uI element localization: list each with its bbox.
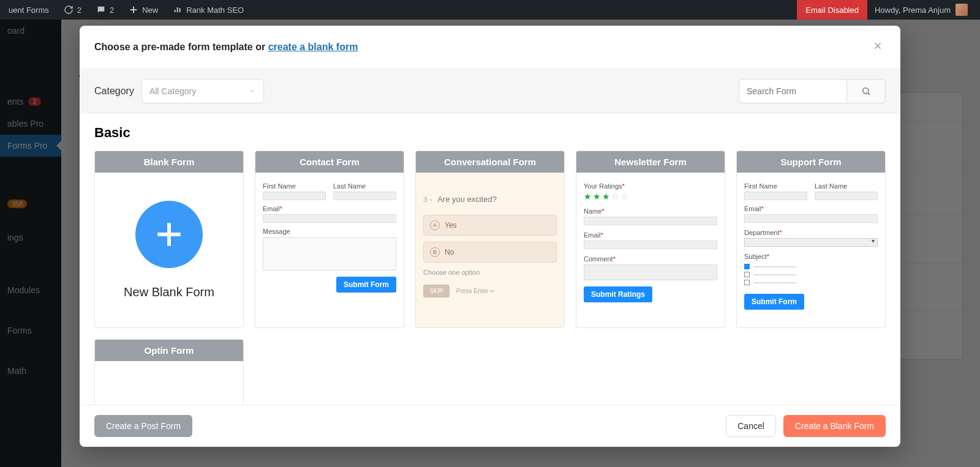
create-post-form-button[interactable]: Create a Post Form: [94, 415, 192, 437]
email-disabled-badge[interactable]: Email Disabled: [797, 0, 867, 20]
admin-bar-rankmath-label: Rank Math SEO: [186, 6, 244, 15]
question-number: 3→: [423, 196, 434, 203]
category-label: Category: [94, 86, 134, 97]
new-blank-label: New Blank Form: [124, 285, 214, 299]
admin-bar: uent Forms 2 2 New Rank Math SEO Email D…: [0, 0, 980, 20]
admin-bar-updates-count: 2: [77, 6, 81, 15]
option-hint: Choose one option: [423, 269, 557, 276]
template-preview: First Name Last Name Email* Department* …: [737, 173, 885, 327]
template-title: Optin Form: [95, 340, 243, 361]
create-blank-form-button[interactable]: Create a Blank Form: [783, 415, 886, 437]
field-label: First Name: [744, 182, 807, 190]
template-preview: [95, 361, 243, 405]
category-row: Category All Category: [94, 79, 264, 103]
admin-bar-comments[interactable]: 2: [92, 5, 118, 15]
avatar: [956, 4, 968, 16]
field-label: Your Ratings: [584, 182, 622, 190]
template-conversational-form[interactable]: Conversational Form 3→ Are you excited? …: [415, 151, 565, 328]
template-blank-form[interactable]: Blank Form New Blank Form: [94, 151, 244, 328]
question-text: Are you excited?: [437, 195, 497, 204]
category-value: All Category: [149, 86, 196, 96]
admin-bar-comments-count: 2: [110, 6, 114, 15]
admin-bar-new[interactable]: New: [125, 5, 162, 15]
plus-icon: [152, 217, 186, 252]
category-select[interactable]: All Category: [141, 79, 264, 103]
star-rating: ★★★☆☆: [584, 192, 717, 201]
comment-icon: [96, 5, 106, 15]
option-no: BNo: [423, 242, 557, 263]
template-title: Blank Form: [95, 151, 243, 173]
field-label: Last Name: [333, 182, 396, 190]
modal-body: Basic Blank Form New Blank Form Contact …: [80, 114, 900, 405]
svg-point-0: [863, 88, 869, 94]
field-label: Name: [584, 207, 601, 215]
chart-icon: [173, 5, 183, 15]
close-button[interactable]: [870, 38, 886, 56]
field-label: Email: [263, 205, 280, 212]
template-modal: Choose a pre-made form template or creat…: [80, 26, 900, 447]
admin-bar-updates[interactable]: 2: [60, 5, 85, 15]
chevron-down-icon: [249, 88, 256, 95]
template-title: Newsletter Form: [576, 151, 725, 173]
field-label: Subject: [744, 253, 767, 260]
modal-filter-bar: Category All Category: [80, 69, 900, 114]
howdy-text: Howdy, Prema Anjum: [875, 6, 951, 15]
option-yes: AYes: [423, 215, 557, 236]
templates-grid: Blank Form New Blank Form Contact Form F…: [94, 151, 886, 405]
search-wrap: [739, 79, 886, 103]
admin-bar-new-label: New: [142, 6, 158, 15]
field-label: Email: [744, 205, 761, 212]
section-title-basic: Basic: [94, 125, 886, 141]
admin-bar-left: uent Forms 2 2 New Rank Math SEO: [5, 5, 247, 15]
search-button[interactable]: [846, 79, 886, 103]
field-label: First Name: [263, 182, 326, 190]
field-label: Message: [263, 228, 396, 235]
modal-overlay: Choose a pre-made form template or creat…: [0, 20, 980, 467]
template-title: Support Form: [737, 151, 885, 173]
template-preview: 3→ Are you excited? AYes BNo Choose one …: [416, 173, 564, 327]
plus-circle-icon: [135, 201, 203, 268]
admin-bar-rankmath[interactable]: Rank Math SEO: [169, 5, 247, 15]
template-title: Conversational Form: [416, 151, 564, 173]
search-icon: [861, 86, 871, 96]
submit-button: Submit Form: [744, 294, 804, 310]
close-icon: [872, 40, 883, 51]
press-enter-hint: Press Enter ↵: [456, 288, 495, 294]
field-label: Department: [744, 229, 779, 236]
template-title: Contact Form: [255, 151, 404, 173]
refresh-icon: [64, 5, 74, 15]
search-input[interactable]: [739, 79, 846, 103]
submit-button: Submit Form: [336, 277, 396, 293]
submit-button: Submit Ratings: [584, 286, 652, 302]
modal-heading-prefix: Choose a pre-made form template or: [94, 42, 268, 52]
template-preview: New Blank Form: [95, 173, 243, 327]
template-preview: Your Ratings* ★★★☆☆ Name* Email* Comment…: [576, 173, 725, 327]
field-label: Last Name: [815, 182, 878, 190]
field-label: Email: [584, 231, 601, 239]
admin-bar-right: Email Disabled Howdy, Prema Anjum: [797, 0, 975, 20]
howdy-user[interactable]: Howdy, Prema Anjum: [867, 4, 975, 16]
template-newsletter-form[interactable]: Newsletter Form Your Ratings* ★★★☆☆ Name…: [576, 151, 725, 328]
template-support-form[interactable]: Support Form First Name Last Name Email*…: [736, 151, 886, 328]
field-label: Comment: [584, 255, 613, 263]
modal-heading: Choose a pre-made form template or creat…: [94, 42, 358, 53]
modal-footer: Create a Post Form Cancel Create a Blank…: [80, 405, 900, 447]
skip-button: SKIP: [423, 285, 450, 297]
modal-header: Choose a pre-made form template or creat…: [80, 26, 900, 69]
cancel-button[interactable]: Cancel: [726, 415, 776, 437]
template-contact-form[interactable]: Contact Form First Name Last Name Email*…: [255, 151, 404, 328]
create-blank-link[interactable]: create a blank form: [268, 42, 358, 52]
template-optin-form[interactable]: Optin Form: [94, 339, 244, 405]
admin-bar-fluent-forms[interactable]: uent Forms: [5, 6, 53, 15]
template-preview: First Name Last Name Email* Message Subm…: [255, 173, 404, 327]
plus-icon: [129, 5, 138, 15]
